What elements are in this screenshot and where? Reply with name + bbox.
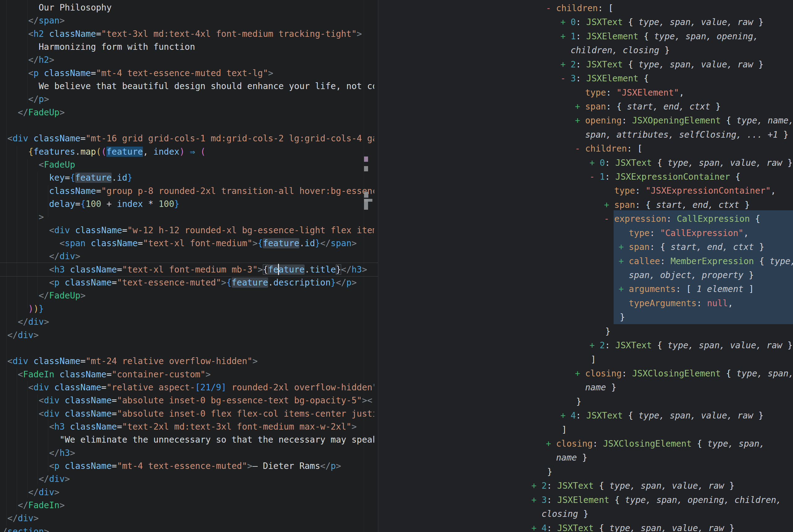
code-line[interactable]: <p className="text-essence-muted">{featu… [2,276,356,289]
ast-row[interactable]: name } [556,451,587,465]
code-line[interactable]: <div className="absolute inset-0 bg-esse… [2,394,372,407]
ast-row[interactable]: +arguments: [ 1 element ] [629,282,754,296]
collapse-toggle-icon[interactable]: - [604,212,614,226]
ast-row[interactable]: } [547,465,553,479]
ast-row[interactable]: +callee: MemberExpression { type, [629,254,793,268]
ast-row[interactable]: closing } [542,507,588,521]
code-line[interactable]: <span className="text-xl font-medium">{f… [2,237,356,250]
ast-row[interactable]: span, attributes, selfClosing, ... +1 } [585,128,788,142]
code-line[interactable]: <div className="mt-24 relative overflow-… [2,355,258,368]
code-line[interactable]: </div> [2,473,70,486]
ast-row[interactable]: -children: [ [556,1,613,16]
code-line[interactable]: </h2> [2,54,54,67]
ast-row[interactable]: ] [562,423,567,437]
expand-toggle-icon[interactable]: + [575,114,585,128]
code-line[interactable]: </div> [2,250,80,263]
ast-row[interactable]: +4: JSXText { type, span, value, raw } [542,521,735,532]
collapse-toggle-icon[interactable]: - [589,170,600,184]
code-line[interactable]: <div className="mt-16 grid grid-cols-1 m… [2,132,374,145]
code-line[interactable]: </FadeUp> [2,106,65,119]
expand-toggle-icon[interactable]: + [560,15,570,29]
code-line[interactable]: </div> [2,486,59,499]
editor-text-area[interactable]: Our Philosophy </span> <h2 className="te… [0,0,374,532]
ast-row[interactable]: +span: { start, end, ctxt } [629,240,764,254]
code-line[interactable]: </div> [2,512,39,525]
ast-row[interactable]: } [576,395,581,409]
ast-row[interactable]: ] [591,353,596,367]
ast-row[interactable]: type: "JSXElement", [585,86,684,100]
ast-row[interactable]: +span: { start, end, ctxt } [585,100,721,114]
code-line[interactable]: <div className="absolute inset-0 flex fl… [2,407,374,421]
code-line[interactable]: {features.map((feature, index) ⇒ ( [2,145,206,159]
collapse-toggle-icon[interactable]: - [560,72,570,86]
ast-row[interactable]: typeArguments: null, [629,296,733,310]
ast-row[interactable]: +0: JSXText { type, span, value, raw } [570,15,763,30]
expand-toggle-icon[interactable]: + [531,493,542,507]
ast-row[interactable]: -expression: CallExpression { [614,212,760,226]
ast-row[interactable]: +closing: JSXClosingElement { type, span… [556,437,765,451]
code-line[interactable]: </div> [2,316,49,329]
code-line[interactable]: </FadeIn> [2,499,65,512]
ast-row[interactable]: +3: JSXElement { type, span, opening, ch… [542,493,781,507]
code-line[interactable]: </h3> [2,446,75,460]
expand-toggle-icon[interactable]: + [619,254,629,268]
code-line[interactable]: </span> [2,14,65,27]
ast-row[interactable]: +2: JSXText { type, span, value, raw } [570,58,763,72]
expand-toggle-icon[interactable]: + [575,100,585,114]
ast-row[interactable]: -3: JSXElement { [570,72,649,86]
expand-toggle-icon[interactable]: + [531,521,542,532]
code-line[interactable]: <p className="mt-4 text-essence-muted te… [2,67,273,80]
code-editor-pane[interactable]: Our Philosophy </span> <h2 className="te… [0,0,378,532]
code-line[interactable]: <h3 className="text-2xl md:text-3xl font… [2,420,356,434]
ast-row[interactable]: +span: { start, end, ctxt } [614,198,750,212]
ast-row[interactable]: +closing: JSXClosingElement { type, span… [585,366,793,381]
code-line[interactable]: ))} [2,303,44,316]
ast-row[interactable]: +opening: JSXOpeningElement { type, name… [585,114,793,128]
code-line[interactable]: <p className="mt-4 text-essence-muted">—… [2,460,341,473]
code-line[interactable]: delay={100 + index * 100} [2,198,179,211]
expand-toggle-icon[interactable]: + [560,408,570,422]
code-line[interactable]: <FadeIn className="container-custom"> [2,368,211,381]
expand-toggle-icon[interactable]: + [560,30,570,43]
ast-row[interactable]: +1: JSXElement { type, span, opening, [570,30,758,44]
code-line[interactable]: </div> [2,329,39,342]
expand-toggle-icon[interactable]: + [604,198,614,212]
ast-row[interactable]: } [605,324,611,339]
code-line[interactable]: <div className="w-12 h-12 rounded-xl bg-… [2,224,374,237]
ast-row[interactable]: children, closing } [570,43,670,58]
ast-row[interactable]: +2: JSXText { type, span, value, raw } [600,338,793,353]
ast-tree-pane[interactable]: -children: [+0: JSXText { type, span, va… [378,0,793,532]
code-line[interactable]: <h2 className="text-3xl md:text-4xl font… [2,27,362,41]
code-line[interactable]: <div className="relative aspect-[21/9] r… [2,381,374,394]
expand-toggle-icon[interactable]: + [619,282,629,296]
code-line[interactable]: Harmonizing form with function [2,40,195,54]
ast-row[interactable]: name } [585,380,616,395]
code-line[interactable]: Our Philosophy [2,1,112,15]
ast-row[interactable]: -1: JSXExpressionContainer { [600,170,740,184]
expand-toggle-icon[interactable]: + [589,338,600,352]
expand-toggle-icon[interactable]: + [589,156,600,170]
expand-toggle-icon[interactable]: + [560,58,570,72]
ast-row[interactable]: +2: JSXText { type, span, value, raw } [542,479,735,493]
ast-row[interactable]: +0: JSXText { type, span, value, raw } [600,156,793,170]
expand-toggle-icon[interactable]: + [619,240,629,254]
code-line[interactable]: > [2,211,44,224]
ast-row[interactable]: span, object, property } [629,268,754,282]
code-line[interactable]: key={feature.id} [2,171,132,185]
collapse-toggle-icon[interactable]: - [575,142,585,156]
ast-row[interactable]: } [620,310,625,324]
ast-row[interactable]: -children: [ [585,142,642,156]
code-line[interactable]: </FadeUp> [2,289,86,303]
code-line[interactable]: className="group p-8 rounded-2xl transit… [2,185,374,198]
code-line[interactable]: We believe that beautiful design should … [2,80,374,93]
ast-row[interactable]: type: "CallExpression", [629,226,749,240]
expand-toggle-icon[interactable]: + [575,366,585,380]
code-line[interactable]: <h3 className="text-xl font-medium mb-3"… [2,263,367,277]
collapse-toggle-icon[interactable]: - [546,1,556,15]
expand-toggle-icon[interactable]: + [531,479,542,493]
ast-row[interactable]: type: "JSXExpressionContainer", [614,184,776,198]
code-line[interactable]: </p> [2,93,49,106]
code-line[interactable]: /section> [2,525,49,532]
code-line[interactable]: "We eliminate the unnecessary so that th… [2,433,374,446]
expand-toggle-icon[interactable]: + [546,437,556,451]
